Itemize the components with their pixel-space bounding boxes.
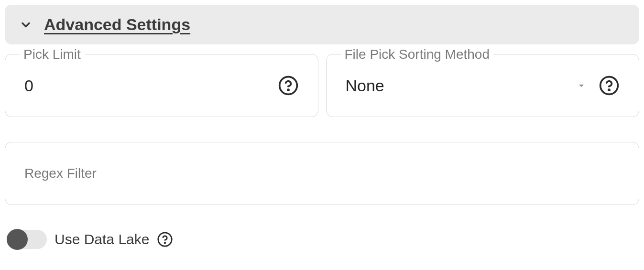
pick-limit-label: Pick Limit [20, 47, 85, 62]
svg-point-5 [165, 242, 166, 243]
help-icon[interactable] [278, 75, 299, 96]
section-title: Advanced Settings [44, 15, 190, 34]
help-icon[interactable] [599, 75, 620, 96]
advanced-settings-header[interactable]: Advanced Settings [5, 5, 639, 44]
use-data-lake-label: Use Data Lake [55, 231, 149, 248]
regex-filter-label: Regex Filter [24, 166, 620, 181]
dropdown-arrow-icon[interactable] [576, 80, 587, 91]
settings-row: Pick Limit File Pick Sorting Method None [5, 54, 639, 117]
pick-limit-field[interactable]: Pick Limit [5, 54, 318, 117]
chevron-down-icon[interactable] [19, 18, 33, 32]
toggle-thumb [7, 229, 28, 250]
svg-point-3 [609, 89, 610, 90]
file-pick-sorting-field[interactable]: File Pick Sorting Method None [326, 54, 640, 117]
use-data-lake-toggle[interactable] [7, 230, 47, 249]
file-pick-sorting-label: File Pick Sorting Method [341, 47, 493, 62]
file-pick-sorting-value: None [346, 76, 576, 95]
svg-point-1 [287, 89, 288, 90]
use-data-lake-row: Use Data Lake [5, 230, 639, 249]
pick-limit-input[interactable] [24, 76, 278, 95]
regex-filter-field[interactable]: Regex Filter [5, 142, 639, 205]
help-icon[interactable] [157, 231, 173, 248]
